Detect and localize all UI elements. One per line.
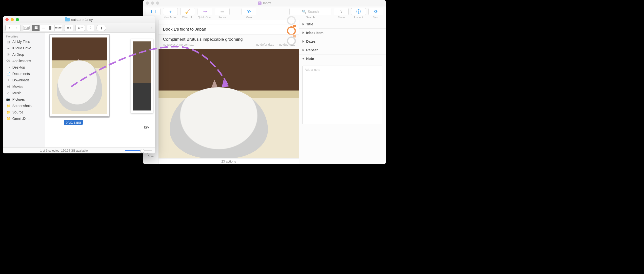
sidebar-item-downloads[interactable]: ⬇Downloads [3, 77, 45, 83]
clean-up-button[interactable]: 🧹 Clean Up [180, 8, 195, 19]
sidebar-item-applications[interactable]: ⒶApplications [3, 58, 45, 64]
status-circle[interactable] [287, 36, 296, 45]
sidebar-item-documents[interactable]: 📄Documents [3, 70, 45, 77]
sidebar-item-screenshots[interactable]: 📁Screenshots [3, 103, 45, 109]
quick-open-button[interactable]: ↪ Quick Open [198, 8, 212, 19]
disclosure-icon[interactable] [302, 23, 304, 25]
share-button[interactable]: ⇪ [87, 25, 94, 31]
nav-back-forward[interactable]: ‹ › [6, 25, 21, 31]
file-thumbnail[interactable] [131, 39, 153, 113]
inspector-inbox-section[interactable]: Inbox Item [299, 29, 386, 37]
inspector-title-section[interactable]: Title [299, 20, 386, 29]
task-row[interactable]: Compliment Brutus's impeccable grooming … [158, 34, 299, 49]
disclosure-icon[interactable] [302, 58, 305, 60]
arrange-menu[interactable]: ▦ ▾ [64, 25, 73, 31]
coverflow-icon: ▭▯▭ [55, 26, 62, 29]
traffic-lights[interactable] [146, 1, 159, 5]
sidebar-item-music[interactable]: ♫Music [3, 90, 45, 96]
finder-content[interactable]: brutus.jpg brv [45, 32, 155, 147]
svg-rect-1 [151, 10, 152, 13]
desk-icon: ▭ [6, 66, 10, 69]
sidebar-item-movies[interactable]: 🎞Movies [3, 83, 45, 90]
columns-icon [49, 26, 52, 29]
doc-icon: 📄 [6, 72, 10, 75]
search-field[interactable]: 🔍Search Search Search [290, 8, 332, 19]
sidebar-item-airdrop[interactable]: ◎AirDrop [3, 51, 45, 58]
cam-icon: 📷 [6, 98, 10, 101]
disclosure-icon[interactable] [302, 49, 304, 51]
close-icon[interactable] [6, 18, 9, 21]
search-icon: 🔍 [302, 10, 306, 13]
traffic-lights[interactable] [6, 18, 19, 21]
action-menu[interactable]: ⚙ ▾ [75, 25, 85, 31]
zoom-icon[interactable] [16, 18, 19, 21]
share-button[interactable]: ⇪ Share [334, 8, 349, 19]
close-icon[interactable] [146, 1, 149, 5]
column-view-button[interactable] [47, 25, 54, 31]
file-name[interactable]: brv [144, 125, 149, 129]
file-name-selected[interactable]: brutus.jpg [64, 120, 83, 125]
tags-button[interactable]: ◖ [96, 25, 106, 31]
finder-toolbar: ‹ › PNG ▭▯▭ ▦ ▾ ⚙ ▾ [3, 23, 155, 32]
list-view-button[interactable] [40, 25, 47, 31]
inspector-repeat-section[interactable]: Repeat [299, 46, 386, 54]
omni-toolbar: ar ＋ New Action 🧹 Clean Up ↪ Quick Open … [143, 6, 386, 20]
sidebar-item-icloud-drive[interactable]: ☁iCloud Drive [3, 45, 45, 51]
down-icon: ⬇ [6, 78, 10, 82]
back-button[interactable]: ‹ [6, 25, 13, 31]
folder-icon: 📁 [6, 117, 10, 120]
disclosure-icon[interactable] [302, 40, 304, 43]
new-action-button[interactable]: ＋ New Action [163, 8, 178, 19]
sidebar-item-label: Omni UX… [12, 117, 30, 121]
grid-icon: ▤ [6, 40, 10, 43]
sidebar-item-label: iCloud Drive [12, 46, 31, 50]
task-title[interactable]: Compliment Brutus's impeccable grooming [163, 37, 295, 42]
file-thumbnail[interactable] [50, 35, 109, 116]
sidebar-item-label: Pictures [12, 97, 25, 101]
sidebar-item-label: Source [12, 110, 23, 114]
inspector-panel: Title Inbox Item Dates Repeat Note Add a… [299, 20, 386, 164]
toolbar-overflow[interactable]: » [150, 26, 152, 30]
finder-window: cats are fancy ‹ › PNG ▭▯▭ ▦ ▾ [3, 16, 155, 153]
filetype-menu[interactable]: PNG [23, 25, 30, 31]
zoom-icon[interactable] [156, 1, 159, 5]
task-title[interactable]: Book L's flight to Japan [163, 27, 295, 32]
sidebar-item-label: Screenshots [12, 104, 32, 108]
minimize-icon[interactable] [10, 18, 14, 21]
focus-button[interactable]: ☰ Focus [215, 8, 230, 19]
inspect-button[interactable]: ⓘ Inspect [351, 8, 366, 19]
sidebar-item-all-my-files[interactable]: ▤All My Files [3, 38, 45, 45]
finder-sidebar: Favorites ▤All My Files☁iCloud Drive◎Air… [3, 32, 45, 147]
film-icon: 🎞 [6, 85, 10, 88]
quick-open-icon: ↪ [203, 9, 207, 14]
status-circle[interactable] [287, 26, 296, 35]
sync-button[interactable]: ⟳ Sync [368, 8, 383, 19]
folder-icon: 📁 [6, 110, 10, 114]
chevron-down-icon: ▾ [82, 27, 83, 29]
sidebar-item-pictures[interactable]: 📷Pictures [3, 96, 45, 103]
note-input[interactable]: Add a note [302, 66, 382, 124]
minimize-icon[interactable] [151, 1, 154, 5]
inspector-dates-section[interactable]: Dates [299, 37, 386, 46]
sidebar-item-desktop[interactable]: ▭Desktop [3, 64, 45, 70]
broom-icon: 🧹 [185, 9, 190, 14]
window-title: cats are fancy [71, 18, 92, 22]
task-row[interactable]: Book L's flight to Japan [158, 24, 299, 34]
coverflow-view-button[interactable]: ▭▯▭ [54, 25, 62, 31]
forward-button[interactable]: › [13, 25, 20, 31]
omni-titlebar[interactable]: Inbox [143, 0, 386, 6]
inspector-note-section[interactable]: Note [299, 54, 386, 63]
task-meta-left: no project • no context [163, 43, 194, 46]
sidebar-item-label: All My Files [12, 40, 30, 44]
sidebar-item-source[interactable]: 📁Source [3, 109, 45, 115]
focus-icon: ☰ [220, 9, 224, 14]
grid-icon [34, 26, 38, 29]
icon-size-slider[interactable] [125, 150, 152, 151]
finder-titlebar[interactable]: cats are fancy [3, 16, 155, 23]
view-button[interactable]: 👁 View [242, 8, 256, 19]
disclosure-icon[interactable] [302, 31, 304, 34]
view-mode-segment[interactable]: ▭▯▭ [32, 25, 62, 31]
sidebar-item-omni-ux-[interactable]: 📁Omni UX… [3, 115, 45, 122]
sidebar-item-label: Music [12, 91, 22, 95]
icon-view-button[interactable] [32, 25, 40, 31]
